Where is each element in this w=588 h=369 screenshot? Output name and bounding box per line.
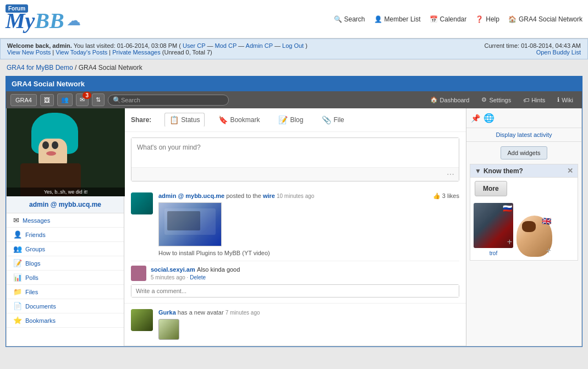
wire-link[interactable]: wire	[263, 192, 275, 199]
envelope-nav-icon: ✉	[13, 216, 19, 224]
files-link[interactable]: Files	[25, 289, 38, 295]
thumbs-up-icon: 👍	[433, 192, 441, 199]
user2-flag-icon: 🇬🇧	[542, 217, 551, 225]
mod-cp-link[interactable]: Mod CP	[215, 42, 237, 49]
status-icon: 📋	[169, 115, 179, 124]
home-icon: 🏠	[430, 96, 438, 103]
comment-area: social.sexyi.am Also kinda good 5 minute…	[131, 261, 459, 298]
friends-link[interactable]: Friends	[25, 232, 46, 238]
gra4-label-btn[interactable]: GRA4	[10, 94, 37, 106]
dashboard-btn[interactable]: 🏠 Dashboard	[426, 94, 474, 106]
comment-input[interactable]	[131, 285, 459, 297]
user-cp-link[interactable]: User CP	[183, 42, 205, 49]
share-tab-file[interactable]: 📎 File	[317, 113, 349, 127]
sidebar-item-groups[interactable]: 👥 Groups	[7, 242, 124, 256]
post-box: ⋯	[131, 137, 459, 181]
user2-add-icon[interactable]: +	[546, 246, 551, 256]
know-them-header: ▼ Know them? ✕	[470, 164, 578, 178]
more-button[interactable]: More	[475, 181, 507, 196]
trof-flag-icon: 🇷🇺	[503, 204, 512, 213]
right-top-area: 📌 🌐	[466, 108, 581, 128]
display-activity-btn[interactable]: Display latest activity	[466, 128, 581, 142]
groups-nav-icon: 👥	[13, 245, 22, 253]
sidebar-item-friends[interactable]: 👤 Friends	[7, 228, 124, 242]
chevron-icon: ▼	[475, 167, 481, 175]
gra4-toolbar: GRA4 🖼 👥 ✉ 3 ⇅ 🔍 🏠 Dashboard	[6, 91, 582, 108]
log-out-link[interactable]: Log Out	[282, 42, 304, 49]
share-tab-bookmark[interactable]: 🔖 Bookmark	[213, 113, 265, 127]
trof-link[interactable]: trof	[490, 250, 497, 256]
center-feed: Share: 📋 Status 🔖 Bookmark 📝 Blog 📎 File	[124, 108, 466, 346]
sidebar-item-bookmarks[interactable]: ⭐ Bookmarks	[7, 313, 124, 328]
commenter-link[interactable]: social.sexyi.am	[151, 266, 195, 273]
open-buddy-list-link[interactable]: Open Buddy List	[536, 49, 581, 56]
add-widgets-btn[interactable]: Add widgets	[501, 146, 548, 159]
gurka-user-link[interactable]: Gurka	[158, 309, 176, 316]
trof-add-icon[interactable]: +	[507, 237, 512, 247]
sidebar-item-messages[interactable]: ✉ Messages	[7, 213, 124, 228]
documents-link[interactable]: Documents	[25, 303, 56, 310]
groups-link[interactable]: Groups	[25, 246, 45, 252]
feed-item-2-header: Gurka has a new avatar 7 minutes ago	[131, 309, 459, 340]
last-visited-text: You last visited: 01-06-2014, 03:08 PM (	[74, 42, 181, 49]
member-list-link[interactable]: 👤 Member List	[374, 15, 421, 23]
wiki-btn[interactable]: ℹ Wiki	[553, 94, 578, 106]
user-cards-area: 🇷🇺 + trof 🇬🇧 +	[470, 200, 578, 260]
feed-avatar-gurka	[131, 309, 153, 331]
avatar-preview-area	[158, 319, 459, 340]
toolbar-search-bar: 🔍	[108, 95, 229, 106]
bookmarks-nav-icon: ⭐	[13, 316, 22, 324]
blogs-link[interactable]: Blogs	[25, 260, 41, 267]
logo-cloud-icon: ☁	[67, 12, 81, 29]
share-tab-blog[interactable]: 📝 Blog	[273, 113, 308, 127]
polls-link[interactable]: Polls	[25, 274, 39, 281]
feed-user-link[interactable]: admin @ mybb.ucq.me	[158, 192, 224, 199]
toolbar-friends-btn[interactable]: 👥	[57, 93, 73, 106]
messages-link[interactable]: Messages	[23, 217, 50, 224]
search-link[interactable]: 🔍 Search	[334, 15, 365, 23]
user-card-2: 🇬🇧 +	[516, 216, 552, 257]
breadcrumb-gra4-demo[interactable]: GRA4 for MyBB Demo	[7, 64, 73, 71]
admin-cp-link[interactable]: Admin CP	[246, 42, 273, 49]
comment-item: social.sexyi.am Also kinda good 5 minute…	[131, 266, 459, 281]
camera-icon: 🖼	[44, 97, 50, 103]
welcome-bar: Welcome back, admin. You last visited: 0…	[0, 38, 588, 59]
sidebar-item-documents[interactable]: 📄 Documents	[7, 299, 124, 313]
comment-text-box	[131, 284, 459, 298]
right-sidebar: 📌 🌐 Display latest activity Add widgets …	[466, 108, 582, 346]
profile-caption: Yes, b..sh, we did it!	[7, 188, 125, 196]
toolbar-photo-btn[interactable]: 🖼	[40, 94, 54, 106]
gra4-network-link[interactable]: 🏠 GRA4 Social Network	[508, 15, 582, 23]
globe-flag-icon: 🌐	[483, 113, 494, 123]
close-section-icon[interactable]: ✕	[567, 167, 573, 175]
sidebar-item-blogs[interactable]: 📝 Blogs	[7, 256, 124, 271]
thumbnail-caption: How to install Plugins to MyBB (YT video…	[158, 250, 459, 256]
view-today-posts-link[interactable]: View Today's Posts	[56, 49, 107, 56]
private-messages-link[interactable]: Private Messages	[112, 49, 160, 56]
view-new-posts-link[interactable]: View New Posts	[7, 49, 51, 56]
feed-meta: 👍 3 likes admin @ mybb.ucq.me posted to …	[158, 192, 459, 199]
username-link[interactable]: admin @ mybb.ucq.me	[7, 196, 124, 213]
post-options-icon[interactable]: ⋯	[447, 170, 454, 179]
bookmarks-link[interactable]: Bookmarks	[25, 317, 56, 324]
feed-avatar	[131, 192, 153, 214]
file-icon: 📎	[322, 115, 331, 124]
pin-icon: 📌	[471, 114, 480, 123]
sort-icon: ⇅	[96, 96, 101, 103]
hints-btn[interactable]: 🏷 Hints	[519, 95, 549, 106]
delete-comment-link[interactable]: Delete	[190, 274, 206, 280]
sidebar-item-polls[interactable]: 📊 Polls	[7, 271, 124, 285]
sidebar-item-files[interactable]: 📁 Files	[7, 285, 124, 299]
know-them-section: ▼ Know them? ✕ More 🇷🇺 +	[470, 164, 578, 261]
toolbar-notifications-btn[interactable]: ✉ 3	[76, 93, 89, 106]
new-avatar-preview	[158, 319, 179, 340]
post-textarea[interactable]	[131, 138, 459, 166]
calendar-icon: 📅	[430, 15, 438, 23]
share-tab-status[interactable]: 📋 Status	[164, 113, 205, 127]
search-input[interactable]	[121, 97, 224, 103]
settings-btn[interactable]: ⚙ Settings	[477, 94, 515, 106]
info-icon: ℹ	[557, 96, 559, 103]
toolbar-sort-btn[interactable]: ⇅	[92, 93, 105, 106]
calendar-link[interactable]: 📅 Calendar	[430, 15, 467, 23]
help-link[interactable]: ❓ Help	[475, 15, 499, 23]
